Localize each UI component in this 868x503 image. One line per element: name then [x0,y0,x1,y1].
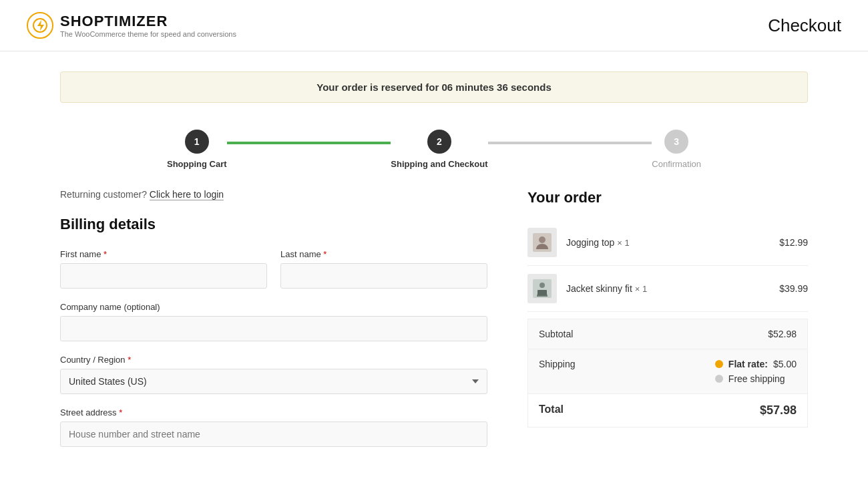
first-name-group: First name * [60,249,267,289]
order-item-qty-1: × 1 [635,284,647,294]
country-required: * [128,355,131,365]
shipping-option-label-0: Flat rate: [728,359,768,369]
last-name-required: * [323,249,327,259]
shipping-option-1: Free shipping [715,373,797,384]
step-1-label: Shopping Cart [167,159,227,169]
order-item-qty-0: × 1 [617,238,629,248]
first-name-required: * [103,249,107,259]
step-2-label: Shipping and Checkout [391,159,487,169]
order-totals: Subtotal $52.98 Shipping Flat rate: $5.0… [527,319,808,428]
login-link[interactable]: Click here to login [150,189,224,200]
first-name-label: First name * [60,249,267,259]
logo-subtitle: The WooCommerce theme for speed and conv… [60,30,236,38]
shipping-options: Flat rate: $5.00 Free shipping [715,359,797,384]
billing-title: Billing details [60,216,487,233]
logo-text: SHOPTIMIZER The WooCommerce theme for sp… [60,13,236,38]
bolt-icon [33,18,47,33]
shipping-option-label-1: Free shipping [728,373,785,384]
header: SHOPTIMIZER The WooCommerce theme for sp… [0,0,868,51]
company-group: Company name (optional) [60,302,487,341]
street-input[interactable] [60,422,487,447]
step-3-label: Confirmation [652,159,701,169]
logo: SHOPTIMIZER The WooCommerce theme for sp… [27,12,236,39]
main-content: Returning customer? Click here to login … [60,189,808,487]
product-thumb-1 [527,274,557,303]
subtotal-label: Subtotal [539,329,573,339]
country-row: Country / Region * United States (US) [60,355,487,394]
svg-point-2 [539,236,546,243]
order-item-price-1: $39.99 [779,283,808,294]
step-3-circle: 3 [664,130,688,154]
street-required: * [119,407,122,417]
country-select[interactable]: United States (US) [60,369,487,394]
order-items: Jogging top × 1 $12.99 Jacket [527,220,808,312]
last-name-group: Last name * [280,249,487,289]
name-row: First name * Last name * [60,249,487,289]
step-line-1 [227,142,391,144]
progress-wrapper: 1 Shopping Cart 2 Shipping and Checkout … [167,130,701,169]
product-thumb-icon-1 [533,279,552,298]
shipping-price-0: $5.00 [773,359,797,369]
shipping-row: Shipping Flat rate: $5.00 Free shipping [528,349,807,394]
company-input[interactable] [60,316,487,341]
last-name-label: Last name * [280,249,487,259]
returning-customer: Returning customer? Click here to login [60,189,487,200]
order-item-1: Jacket skinny fit × 1 $39.99 [527,266,808,312]
shipping-option-0: Flat rate: $5.00 [715,359,797,369]
svg-rect-5 [537,290,547,295]
shipping-radio-1[interactable] [715,375,723,383]
shipping-radio-0[interactable] [715,360,723,368]
timer-message: Your order is reserved for 06 minutes 36… [316,81,552,93]
order-item-0: Jogging top × 1 $12.99 [527,220,808,266]
shipping-label: Shipping [539,359,576,369]
logo-title: SHOPTIMIZER [60,13,236,30]
step-1-group: 1 Shopping Cart [167,130,227,169]
page-title: Checkout [768,15,841,36]
total-label: Total [539,403,564,415]
step-2-group: 2 Shipping and Checkout [391,130,487,169]
total-value: $57.98 [760,403,797,417]
country-label: Country / Region * [60,355,487,365]
total-row: Total $57.98 [528,394,807,427]
step-2-circle: 2 [427,130,451,154]
right-column: Your order Jogging top × 1 $12.99 [527,189,808,460]
order-item-name-0: Jogging top × 1 [566,237,770,248]
logo-icon [27,12,53,39]
street-group: Street address * [60,407,487,447]
step-line-2 [488,142,652,144]
billing-section: Billing details First name * Last name * [60,216,487,447]
street-label: Street address * [60,407,487,417]
first-name-input[interactable] [60,263,267,289]
subtotal-row: Subtotal $52.98 [528,319,807,349]
street-row: Street address * [60,407,487,447]
left-column: Returning customer? Click here to login … [60,189,487,460]
company-row: Company name (optional) [60,302,487,341]
order-title: Your order [527,189,808,206]
returning-text: Returning customer? [60,189,147,200]
order-item-name-1: Jacket skinny fit × 1 [566,283,770,294]
product-thumb-icon-0 [533,233,552,252]
country-group: Country / Region * United States (US) [60,355,487,394]
last-name-input[interactable] [280,263,487,289]
step-3-group: 3 Confirmation [652,130,701,169]
product-thumb-0 [527,228,557,257]
svg-point-4 [539,283,545,288]
company-label: Company name (optional) [60,302,487,312]
order-item-price-0: $12.99 [779,237,808,248]
timer-banner: Your order is reserved for 06 minutes 36… [60,71,808,103]
subtotal-value: $52.98 [768,329,797,339]
step-1-circle: 1 [185,130,209,154]
progress-section: 1 Shopping Cart 2 Shipping and Checkout … [60,116,808,189]
